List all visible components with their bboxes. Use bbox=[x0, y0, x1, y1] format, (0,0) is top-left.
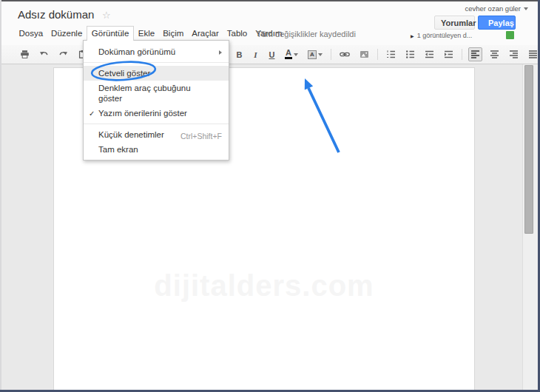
increase-indent-button[interactable] bbox=[442, 47, 456, 61]
italic-button[interactable]: I bbox=[250, 48, 261, 61]
keyboard-shortcut: Ctrl+Shift+F bbox=[180, 131, 222, 141]
document-title[interactable]: Adsız doküman bbox=[18, 8, 94, 21]
menu-item-cetveli-goster[interactable]: Cetveli göster bbox=[84, 66, 229, 81]
menu-item-kucuk-denetimler[interactable]: Küçük denetimler Ctrl+Shift+F bbox=[84, 127, 229, 142]
insert-link-button[interactable] bbox=[337, 47, 352, 61]
indent-icon bbox=[444, 50, 453, 59]
menu-separator bbox=[84, 62, 229, 63]
account-menu[interactable]: cevher ozan güler bbox=[465, 4, 528, 13]
account-name: cevher ozan güler bbox=[465, 4, 521, 13]
document-canvas: dijitalders.com bbox=[0, 64, 540, 390]
view-dropdown-menu: Doküman görünümü Cetveli göster Denklem … bbox=[83, 40, 229, 160]
undo-icon bbox=[39, 50, 49, 59]
toolbar: B I U A A bbox=[0, 45, 540, 64]
justify-icon bbox=[528, 50, 538, 59]
outdent-icon bbox=[425, 50, 434, 59]
menu-item-dokuman-gorunumu[interactable]: Doküman görünümü bbox=[84, 44, 229, 59]
google-docs-window: dijitalders.com Adsız doküman ☆ cevher o… bbox=[0, 0, 540, 392]
menu-goruntule[interactable]: Görüntüle bbox=[87, 26, 135, 41]
link-icon bbox=[340, 50, 350, 59]
chevron-down-icon bbox=[524, 7, 528, 10]
submenu-arrow-icon bbox=[219, 50, 222, 55]
highlight-color-icon: A bbox=[308, 50, 317, 59]
menu-item-denklem-arac-cubugu[interactable]: Denklem araç çubuğunu göster bbox=[84, 81, 229, 106]
watermark: dijitalders.com bbox=[154, 269, 374, 303]
bulleted-list-icon bbox=[405, 50, 415, 59]
expand-triangle-icon: ▶ bbox=[411, 33, 414, 38]
menu-ekle[interactable]: Ekle bbox=[134, 27, 158, 41]
menu-duzenle[interactable]: Düzenle bbox=[47, 27, 87, 41]
window-border-top bbox=[0, 0, 540, 1]
menu-separator bbox=[84, 124, 229, 124]
align-right-button[interactable] bbox=[507, 47, 521, 61]
align-left-icon bbox=[470, 50, 480, 59]
scrollbar-thumb[interactable] bbox=[524, 65, 533, 234]
menu-tablo[interactable]: Tablo bbox=[223, 27, 252, 41]
numbered-list-icon bbox=[386, 50, 396, 59]
menu-dosya[interactable]: Dosya bbox=[15, 27, 47, 41]
text-color-icon: A bbox=[285, 50, 292, 59]
print-button[interactable] bbox=[18, 47, 32, 61]
share-button[interactable]: Paylaş bbox=[478, 16, 516, 30]
star-icon[interactable]: ☆ bbox=[102, 10, 111, 21]
underline-button[interactable]: U bbox=[266, 48, 277, 61]
undo-button[interactable] bbox=[37, 47, 51, 61]
decrease-indent-button[interactable] bbox=[422, 47, 436, 61]
header: Adsız doküman ☆ cevher ozan güler Dosya … bbox=[0, 1, 540, 45]
redo-button[interactable] bbox=[56, 47, 70, 61]
redo-icon bbox=[58, 50, 68, 59]
highlight-color-button[interactable]: A bbox=[306, 48, 325, 61]
align-right-icon bbox=[509, 50, 519, 59]
window-border-left bbox=[0, 0, 1, 392]
toolbar-separator bbox=[377, 49, 378, 60]
image-icon bbox=[360, 50, 369, 59]
save-status: Tüm değişiklikler kaydedildi bbox=[257, 30, 356, 38]
printer-icon bbox=[20, 50, 30, 59]
bulleted-list-button[interactable] bbox=[403, 47, 417, 61]
presence-indicator bbox=[506, 31, 514, 39]
menu-bar: Dosya Düzenle Görüntüle Ekle Biçim Araçl… bbox=[15, 27, 286, 41]
text-color-button[interactable]: A bbox=[283, 47, 300, 61]
toolbar-separator bbox=[331, 49, 331, 60]
chevron-down-icon bbox=[318, 53, 323, 56]
menu-item-tam-ekran[interactable]: Tam ekran bbox=[84, 142, 229, 157]
vertical-scrollbar[interactable] bbox=[522, 64, 538, 390]
comments-button[interactable]: Yorumlar bbox=[434, 16, 475, 30]
menu-araclar[interactable]: Araçlar bbox=[188, 27, 223, 41]
menu-bicim[interactable]: Biçim bbox=[159, 27, 188, 41]
align-left-button[interactable] bbox=[468, 47, 482, 61]
chevron-down-icon bbox=[294, 53, 298, 56]
align-center-icon bbox=[490, 50, 499, 59]
viewers-status[interactable]: ▶ 1 görüntüleyen d... bbox=[411, 32, 472, 39]
align-center-button[interactable] bbox=[487, 47, 502, 61]
toolbar-separator bbox=[462, 49, 462, 60]
check-icon: ✓ bbox=[89, 109, 95, 119]
bold-button[interactable]: B bbox=[234, 48, 245, 61]
numbered-list-button[interactable] bbox=[384, 47, 398, 61]
menu-item-yazim-onerileri[interactable]: ✓ Yazım önerilerini göster bbox=[84, 106, 229, 121]
insert-image-button[interactable] bbox=[357, 47, 371, 61]
